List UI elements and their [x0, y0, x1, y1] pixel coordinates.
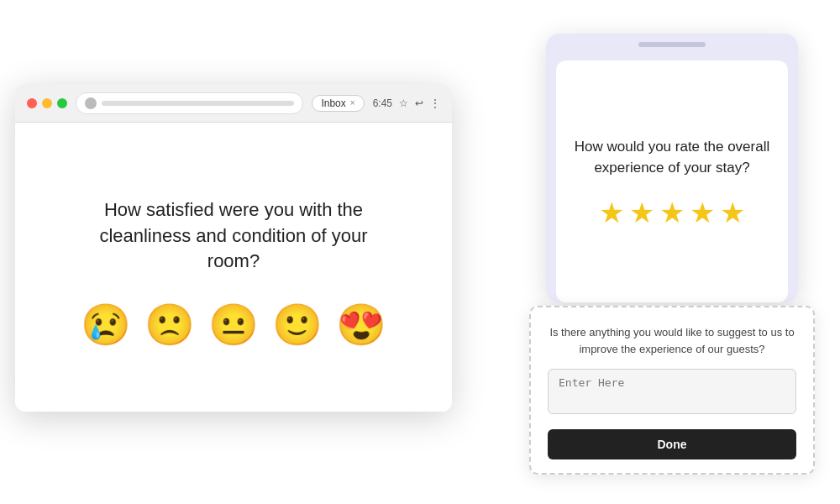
url-placeholder	[102, 101, 294, 106]
feedback-label: Is there anything you would like to sugg…	[548, 324, 796, 357]
star-2[interactable]: ★	[629, 196, 654, 229]
emoji-crying[interactable]: 😢	[81, 305, 131, 345]
feedback-input[interactable]	[548, 369, 796, 414]
time-display: 6:45	[373, 97, 392, 109]
mobile-body: How would you rate the overall experienc…	[556, 60, 788, 302]
emoji-sad[interactable]: 🙁	[144, 305, 195, 345]
emoji-smile[interactable]: 🙂	[272, 305, 323, 345]
more-icon[interactable]: ⋮	[430, 97, 440, 109]
time-controls: 6:45 ☆ ↩ ⋮	[373, 97, 440, 109]
avatar-circle	[85, 97, 97, 109]
star-5[interactable]: ★	[720, 196, 745, 229]
address-bar	[76, 92, 303, 114]
tab-close-icon[interactable]: ×	[350, 98, 355, 108]
emoji-love[interactable]: 😍	[336, 305, 386, 345]
traffic-light-yellow[interactable]	[42, 98, 52, 108]
star-icon[interactable]: ☆	[399, 97, 408, 109]
done-button[interactable]: Done	[548, 429, 796, 459]
star-4[interactable]: ★	[690, 196, 715, 229]
back-icon[interactable]: ↩	[415, 97, 423, 109]
emoji-neutral[interactable]: 😐	[208, 305, 259, 345]
browser-chrome-bar: Inbox × 6:45 ☆ ↩ ⋮	[15, 84, 452, 123]
emoji-rating-row: 😢 🙁 😐 🙂 😍	[81, 305, 386, 345]
traffic-light-red[interactable]	[27, 98, 37, 108]
star-3[interactable]: ★	[659, 196, 685, 229]
mobile-notch	[638, 42, 706, 47]
survey-question-text: How satisfied were you with the cleanlin…	[74, 197, 393, 275]
traffic-lights	[27, 98, 67, 108]
star-rating-row: ★ ★ ★ ★ ★	[599, 196, 745, 229]
traffic-light-green[interactable]	[57, 98, 67, 108]
feedback-card: Is there anything you would like to sugg…	[529, 306, 815, 475]
inbox-tab[interactable]: Inbox ×	[312, 95, 364, 112]
tab-label: Inbox	[321, 97, 345, 109]
mobile-survey-question: How would you rate the overall experienc…	[573, 137, 771, 178]
browser-body: How satisfied were you with the cleanlin…	[15, 123, 452, 412]
browser-window: Inbox × 6:45 ☆ ↩ ⋮ How satisfied were yo…	[15, 84, 452, 412]
mobile-window: How would you rate the overall experienc…	[546, 34, 798, 302]
star-1[interactable]: ★	[599, 196, 624, 229]
